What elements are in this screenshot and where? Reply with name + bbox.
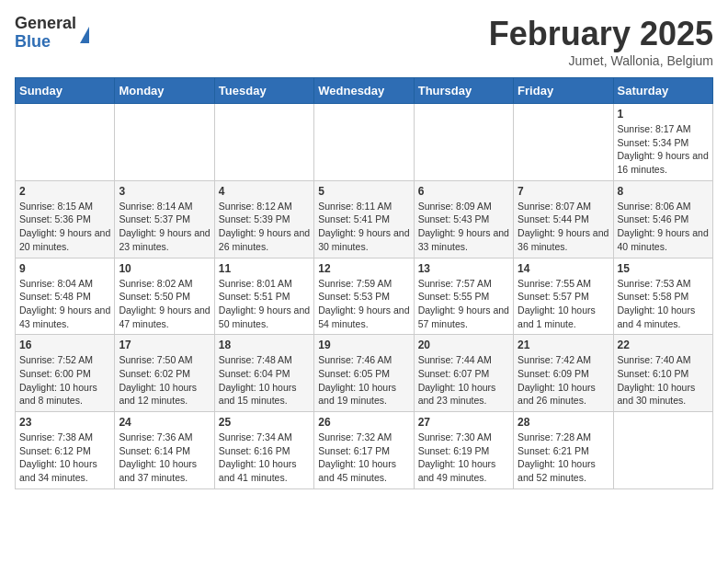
day-number: 3 [119,185,210,198]
calendar-cell: 5Sunrise: 8:11 AM Sunset: 5:41 PM Daylig… [314,180,414,258]
calendar-cell: 22Sunrise: 7:40 AM Sunset: 6:10 PM Dayli… [613,335,712,412]
calendar-cell: 7Sunrise: 8:07 AM Sunset: 5:44 PM Daylig… [514,180,613,258]
day-number: 17 [119,339,210,351]
calendar-header-friday: Friday [514,78,613,104]
day-info: Sunrise: 8:02 AM Sunset: 5:50 PM Dayligh… [119,277,210,331]
location: Jumet, Wallonia, Belgium [489,53,713,68]
day-number: 9 [19,262,110,275]
calendar-cell: 8Sunrise: 8:06 AM Sunset: 5:46 PM Daylig… [613,180,712,258]
calendar-cell: 18Sunrise: 7:48 AM Sunset: 6:04 PM Dayli… [214,335,313,412]
day-info: Sunrise: 8:06 AM Sunset: 5:46 PM Dayligh… [618,200,709,254]
logo-triangle-icon [80,27,89,43]
calendar-header-row: SundayMondayTuesdayWednesdayThursdayFrid… [16,78,713,104]
calendar-cell: 21Sunrise: 7:42 AM Sunset: 6:09 PM Dayli… [514,335,613,412]
day-number: 18 [219,339,310,351]
day-info: Sunrise: 7:34 AM Sunset: 6:16 PM Dayligh… [219,431,310,485]
day-number: 14 [518,262,609,275]
calendar-cell: 25Sunrise: 7:34 AM Sunset: 6:16 PM Dayli… [214,412,313,489]
day-number: 11 [219,262,310,275]
day-number: 12 [318,262,409,275]
day-number: 20 [418,339,509,351]
day-info: Sunrise: 8:17 AM Sunset: 5:34 PM Dayligh… [618,122,709,177]
day-info: Sunrise: 7:44 AM Sunset: 6:07 PM Dayligh… [418,353,509,408]
calendar-cell: 16Sunrise: 7:52 AM Sunset: 6:00 PM Dayli… [16,335,115,412]
logo: General Blue [15,15,89,52]
calendar-cell: 3Sunrise: 8:14 AM Sunset: 5:37 PM Daylig… [115,180,214,258]
calendar-header-sunday: Sunday [16,78,115,104]
calendar-cell [414,104,513,181]
calendar-cell: 9Sunrise: 8:04 AM Sunset: 5:48 PM Daylig… [16,258,115,335]
calendar-cell: 12Sunrise: 7:59 AM Sunset: 5:53 PM Dayli… [314,258,414,335]
day-number: 26 [318,416,409,429]
calendar-cell: 13Sunrise: 7:57 AM Sunset: 5:55 PM Dayli… [414,258,513,335]
day-number: 15 [618,262,709,275]
day-number: 8 [618,185,709,198]
calendar-header-thursday: Thursday [414,78,513,104]
calendar-cell: 1Sunrise: 8:17 AM Sunset: 5:34 PM Daylig… [613,104,712,181]
day-number: 10 [119,262,210,275]
day-info: Sunrise: 7:52 AM Sunset: 6:00 PM Dayligh… [19,353,110,408]
calendar-cell: 17Sunrise: 7:50 AM Sunset: 6:02 PM Dayli… [115,335,214,412]
logo-blue: Blue [15,33,76,52]
day-number: 5 [318,185,409,198]
calendar-cell [613,412,712,489]
day-info: Sunrise: 7:32 AM Sunset: 6:17 PM Dayligh… [318,431,409,485]
calendar-cell: 6Sunrise: 8:09 AM Sunset: 5:43 PM Daylig… [414,180,513,258]
calendar-cell: 10Sunrise: 8:02 AM Sunset: 5:50 PM Dayli… [115,258,214,335]
day-info: Sunrise: 8:15 AM Sunset: 5:36 PM Dayligh… [19,200,110,254]
day-number: 6 [418,185,509,198]
day-info: Sunrise: 8:07 AM Sunset: 5:44 PM Dayligh… [518,200,609,254]
calendar-cell [514,104,613,181]
day-info: Sunrise: 7:53 AM Sunset: 5:58 PM Dayligh… [618,277,709,331]
day-info: Sunrise: 8:04 AM Sunset: 5:48 PM Dayligh… [19,277,110,331]
day-number: 7 [518,185,609,198]
day-info: Sunrise: 7:38 AM Sunset: 6:12 PM Dayligh… [19,431,110,485]
day-info: Sunrise: 8:01 AM Sunset: 5:51 PM Dayligh… [219,277,310,331]
day-number: 21 [518,339,609,351]
calendar-cell: 27Sunrise: 7:30 AM Sunset: 6:19 PM Dayli… [414,412,513,489]
calendar-cell: 15Sunrise: 7:53 AM Sunset: 5:58 PM Dayli… [613,258,712,335]
title-block: February 2025 Jumet, Wallonia, Belgium [489,15,713,68]
calendar-header-saturday: Saturday [613,78,712,104]
logo-general: General [15,15,76,33]
day-number: 4 [219,185,310,198]
day-info: Sunrise: 7:59 AM Sunset: 5:53 PM Dayligh… [318,277,409,331]
page-header: General Blue February 2025 Jumet, Wallon… [15,15,713,68]
calendar-table: SundayMondayTuesdayWednesdayThursdayFrid… [15,77,713,489]
calendar-header-monday: Monday [115,78,214,104]
calendar-cell: 23Sunrise: 7:38 AM Sunset: 6:12 PM Dayli… [16,412,115,489]
day-info: Sunrise: 7:57 AM Sunset: 5:55 PM Dayligh… [418,277,509,331]
day-number: 16 [19,339,110,351]
calendar-header-wednesday: Wednesday [314,78,414,104]
calendar-week-row: 2Sunrise: 8:15 AM Sunset: 5:36 PM Daylig… [16,180,713,258]
calendar-cell: 20Sunrise: 7:44 AM Sunset: 6:07 PM Dayli… [414,335,513,412]
day-info: Sunrise: 7:48 AM Sunset: 6:04 PM Dayligh… [219,353,310,408]
day-info: Sunrise: 8:14 AM Sunset: 5:37 PM Dayligh… [119,200,210,254]
day-info: Sunrise: 7:40 AM Sunset: 6:10 PM Dayligh… [618,353,709,408]
day-info: Sunrise: 7:42 AM Sunset: 6:09 PM Dayligh… [518,353,609,408]
day-number: 24 [119,416,210,429]
day-info: Sunrise: 7:55 AM Sunset: 5:57 PM Dayligh… [518,277,609,331]
calendar-cell [16,104,115,181]
calendar-cell: 24Sunrise: 7:36 AM Sunset: 6:14 PM Dayli… [115,412,214,489]
day-info: Sunrise: 7:30 AM Sunset: 6:19 PM Dayligh… [418,431,509,485]
calendar-week-row: 1Sunrise: 8:17 AM Sunset: 5:34 PM Daylig… [16,104,713,181]
day-info: Sunrise: 8:11 AM Sunset: 5:41 PM Dayligh… [318,200,409,254]
calendar-cell: 14Sunrise: 7:55 AM Sunset: 5:57 PM Dayli… [514,258,613,335]
calendar-week-row: 16Sunrise: 7:52 AM Sunset: 6:00 PM Dayli… [16,335,713,412]
calendar-cell: 26Sunrise: 7:32 AM Sunset: 6:17 PM Dayli… [314,412,414,489]
day-info: Sunrise: 7:50 AM Sunset: 6:02 PM Dayligh… [119,353,210,408]
day-number: 23 [19,416,110,429]
logo-text: General Blue [15,15,76,52]
calendar-cell [314,104,414,181]
calendar-header-tuesday: Tuesday [214,78,313,104]
day-number: 13 [418,262,509,275]
day-number: 1 [618,108,709,121]
day-number: 27 [418,416,509,429]
day-info: Sunrise: 7:46 AM Sunset: 6:05 PM Dayligh… [318,353,409,408]
calendar-week-row: 23Sunrise: 7:38 AM Sunset: 6:12 PM Dayli… [16,412,713,489]
calendar-cell [115,104,214,181]
day-info: Sunrise: 8:12 AM Sunset: 5:39 PM Dayligh… [219,200,310,254]
calendar-cell: 11Sunrise: 8:01 AM Sunset: 5:51 PM Dayli… [214,258,313,335]
calendar-cell: 4Sunrise: 8:12 AM Sunset: 5:39 PM Daylig… [214,180,313,258]
